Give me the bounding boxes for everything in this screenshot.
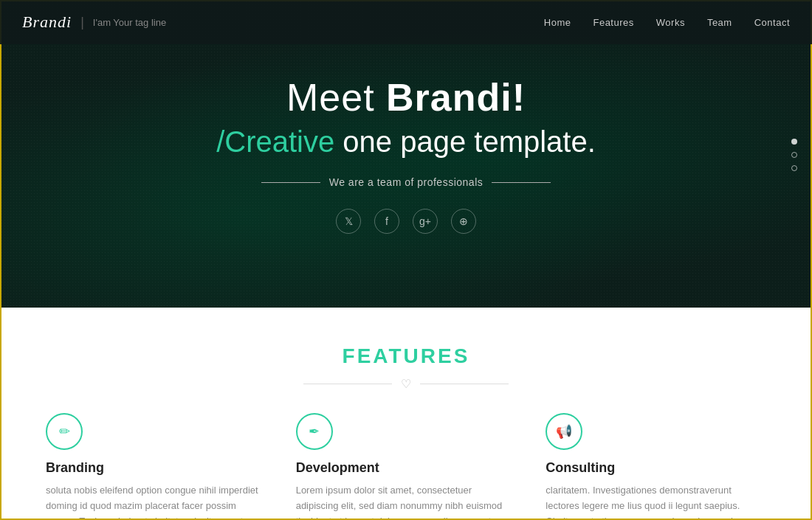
feature-branding-desc: soluta nobis eleifend option congue nihi… <box>46 483 266 520</box>
scroll-dot-3[interactable] <box>791 165 797 171</box>
features-title: FEATURES <box>46 344 766 368</box>
nav-menu: Home Features Works Team Contact <box>544 15 790 29</box>
hero-social: 𝕏 f g+ ⊕ <box>216 209 596 234</box>
feature-branding-icon: ✏ <box>46 413 83 450</box>
social-twitter-icon[interactable]: 𝕏 <box>336 209 361 234</box>
feature-branding-name: Branding <box>46 460 266 476</box>
features-section: FEATURES ♡ ✏ Branding soluta nobis eleif… <box>1 308 811 520</box>
hero-title-bold: Brandi! <box>386 76 526 119</box>
nav-item-home[interactable]: Home <box>544 17 571 28</box>
nav-item-features[interactable]: Features <box>593 17 633 28</box>
feature-development-icon: ✒ <box>296 413 333 450</box>
social-globe-icon[interactable]: ⊕ <box>451 209 476 234</box>
brand: Brandi | I'am Your tag line <box>22 13 166 32</box>
hero-divider: We are a team of professionals <box>216 176 596 188</box>
hero-subtitle-rest: one page template. <box>334 125 596 158</box>
nav-item-contact[interactable]: Contact <box>754 17 790 28</box>
feature-consulting-desc: claritatem. Investigationes demonstraver… <box>546 483 766 520</box>
hero-subtitle-accent: /Creative <box>216 125 334 158</box>
brand-logo[interactable]: Brandi <box>22 13 72 32</box>
feature-branding: ✏ Branding soluta nobis eleifend option … <box>46 413 266 520</box>
brand-tagline: I'am Your tag line <box>93 17 166 28</box>
features-divider-heart-icon: ♡ <box>401 377 411 391</box>
scroll-dot-2[interactable] <box>791 152 797 158</box>
feature-development: ✒ Development Lorem ipsum dolor sit amet… <box>296 413 517 520</box>
navbar: Brandi | I'am Your tag line Home Feature… <box>0 0 812 44</box>
hero-content: Meet Brandi! /Creative one page template… <box>216 75 596 234</box>
scroll-dot-1[interactable] <box>791 139 797 145</box>
social-googleplus-icon[interactable]: g+ <box>413 209 438 234</box>
feature-development-desc: Lorem ipsum dolor sit amet, consectetuer… <box>296 483 517 520</box>
social-facebook-icon[interactable]: f <box>374 209 399 234</box>
hero-title: Meet Brandi! <box>216 75 596 119</box>
scroll-dots <box>791 139 797 171</box>
features-grid: ✏ Branding soluta nobis eleifend option … <box>46 413 766 520</box>
features-header: FEATURES ♡ <box>46 344 766 391</box>
hero-section: Meet Brandi! /Creative one page template… <box>1 1 811 308</box>
brand-separator: | <box>80 15 84 30</box>
feature-consulting-name: Consulting <box>546 460 766 476</box>
nav-item-works[interactable]: Works <box>656 17 685 28</box>
hero-tagline: We are a team of professionals <box>329 176 484 188</box>
hero-title-plain: Meet <box>286 76 386 119</box>
nav-item-team[interactable]: Team <box>707 17 732 28</box>
feature-development-name: Development <box>296 460 517 476</box>
feature-consulting: 📢 Consulting claritatem. Investigationes… <box>546 413 766 520</box>
features-divider: ♡ <box>46 377 766 391</box>
hero-subtitle: /Creative one page template. <box>216 125 596 159</box>
feature-consulting-icon: 📢 <box>546 413 582 450</box>
